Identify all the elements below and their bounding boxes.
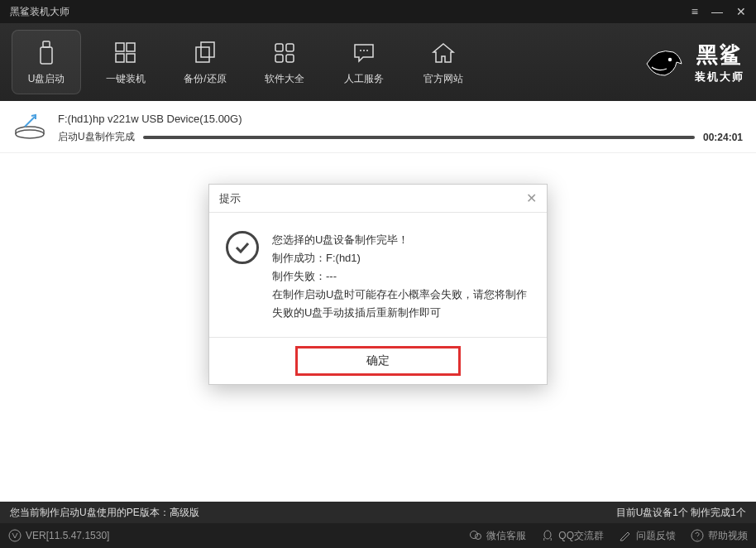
wechat-icon bbox=[469, 529, 482, 542]
svg-rect-6 bbox=[196, 47, 209, 62]
tool-software[interactable]: 软件大全 bbox=[250, 30, 319, 94]
brand-line2: 装机大师 bbox=[695, 70, 744, 84]
chat-icon bbox=[350, 39, 378, 67]
content-area: F:(hd1)hp v221w USB Device(15.00G) 启动U盘制… bbox=[0, 101, 756, 502]
tool-label: 官方网站 bbox=[423, 72, 463, 86]
menu-icon[interactable]: ≡ bbox=[691, 5, 698, 18]
svg-rect-11 bbox=[286, 55, 294, 62]
titlebar: 黑鲨装机大师 ≡ — ✕ bbox=[0, 0, 756, 23]
status-device-count: 目前U盘设备1个 制作完成1个 bbox=[616, 506, 746, 520]
tool-label: 一键装机 bbox=[106, 72, 146, 86]
svg-rect-7 bbox=[201, 42, 214, 57]
feedback[interactable]: 问题反馈 bbox=[619, 529, 676, 543]
feedback-icon bbox=[619, 529, 632, 542]
svg-point-19 bbox=[476, 534, 481, 540]
brand-line1: 黑鲨 bbox=[696, 41, 743, 70]
statusbar-primary: 您当前制作启动U盘使用的PE版本：高级版 目前U盘设备1个 制作完成1个 bbox=[0, 502, 756, 523]
app-title: 黑鲨装机大师 bbox=[10, 5, 691, 19]
grid-icon bbox=[270, 39, 299, 67]
version-icon bbox=[8, 529, 22, 542]
minimize-icon[interactable]: — bbox=[711, 5, 723, 18]
svg-rect-2 bbox=[116, 43, 124, 51]
svg-point-12 bbox=[360, 50, 361, 51]
qq-group[interactable]: QQ交流群 bbox=[541, 529, 604, 543]
dialog: 提示 ✕ 您选择的U盘设备制作完毕！ 制作成功：F:(hd1) 制作失败：---… bbox=[208, 184, 548, 385]
tool-label: 备份/还原 bbox=[184, 72, 226, 86]
svg-rect-9 bbox=[286, 44, 294, 51]
statusbar-secondary: VER[11.5.47.1530] 微信客服 QQ交流群 问题反馈 帮助视频 bbox=[0, 523, 756, 548]
copy-icon bbox=[191, 39, 219, 67]
tool-support[interactable]: 人工服务 bbox=[329, 30, 399, 94]
tool-label: 软件大全 bbox=[265, 72, 304, 86]
dialog-header: 提示 ✕ bbox=[209, 185, 547, 213]
shark-icon bbox=[640, 39, 687, 85]
svg-point-13 bbox=[363, 50, 365, 51]
check-icon bbox=[226, 231, 259, 264]
status-pe-version: 您当前制作启动U盘使用的PE版本：高级版 bbox=[10, 506, 199, 520]
app-window: 黑鲨装机大师 ≡ — ✕ U盘启动 一键装机 备份/还原 软件大全 人工服务 bbox=[0, 0, 756, 548]
version-label[interactable]: VER[11.5.47.1530] bbox=[8, 529, 109, 542]
dialog-line4: 在制作启动U盘时可能存在小概率会失败，请您将制作失败的U盘手动拔插后重新制作即可 bbox=[272, 286, 530, 322]
tool-label: 人工服务 bbox=[344, 72, 384, 86]
dialog-close-icon[interactable]: ✕ bbox=[526, 190, 537, 206]
tool-usb-boot[interactable]: U盘启动 bbox=[12, 30, 81, 94]
brand-logo: 黑鲨 装机大师 bbox=[640, 39, 744, 85]
wechat-support[interactable]: 微信客服 bbox=[469, 529, 526, 543]
svg-rect-4 bbox=[116, 54, 124, 62]
home-icon bbox=[429, 39, 457, 67]
svg-rect-0 bbox=[43, 41, 50, 47]
svg-point-18 bbox=[471, 531, 478, 539]
svg-point-15 bbox=[668, 58, 672, 61]
svg-rect-8 bbox=[275, 44, 283, 51]
dialog-line3: 制作失败：--- bbox=[272, 267, 530, 286]
svg-rect-10 bbox=[275, 55, 283, 62]
dialog-line2: 制作成功：F:(hd1) bbox=[272, 249, 530, 267]
titlebar-controls: ≡ — ✕ bbox=[691, 5, 746, 18]
svg-point-21 bbox=[691, 530, 703, 541]
dialog-title: 提示 bbox=[219, 191, 241, 206]
dialog-line1: 您选择的U盘设备制作完毕！ bbox=[272, 231, 530, 249]
svg-rect-3 bbox=[127, 43, 135, 51]
svg-rect-1 bbox=[41, 47, 52, 64]
help-video[interactable]: 帮助视频 bbox=[691, 529, 748, 543]
tool-one-click[interactable]: 一键装机 bbox=[91, 30, 160, 94]
help-icon bbox=[691, 529, 704, 542]
tool-label: U盘启动 bbox=[28, 72, 65, 86]
ok-button[interactable]: 确定 bbox=[295, 346, 461, 376]
tool-website[interactable]: 官方网站 bbox=[409, 30, 478, 94]
modal-overlay: 提示 ✕ 您选择的U盘设备制作完毕！ 制作成功：F:(hd1) 制作失败：---… bbox=[0, 101, 756, 502]
usb-icon bbox=[32, 39, 60, 67]
tool-backup[interactable]: 备份/还原 bbox=[170, 30, 240, 94]
svg-rect-5 bbox=[127, 54, 135, 62]
dialog-body: 您选择的U盘设备制作完毕！ 制作成功：F:(hd1) 制作失败：--- 在制作启… bbox=[209, 213, 547, 337]
windows-icon bbox=[112, 39, 140, 67]
toolbar: U盘启动 一键装机 备份/还原 软件大全 人工服务 官方网站 黑鲨 装机大师 bbox=[0, 23, 756, 101]
svg-point-17 bbox=[9, 530, 21, 541]
svg-point-14 bbox=[366, 50, 368, 51]
qq-icon bbox=[541, 529, 554, 542]
svg-point-20 bbox=[544, 531, 551, 539]
dialog-footer: 确定 bbox=[209, 337, 547, 384]
close-icon[interactable]: ✕ bbox=[736, 5, 746, 18]
